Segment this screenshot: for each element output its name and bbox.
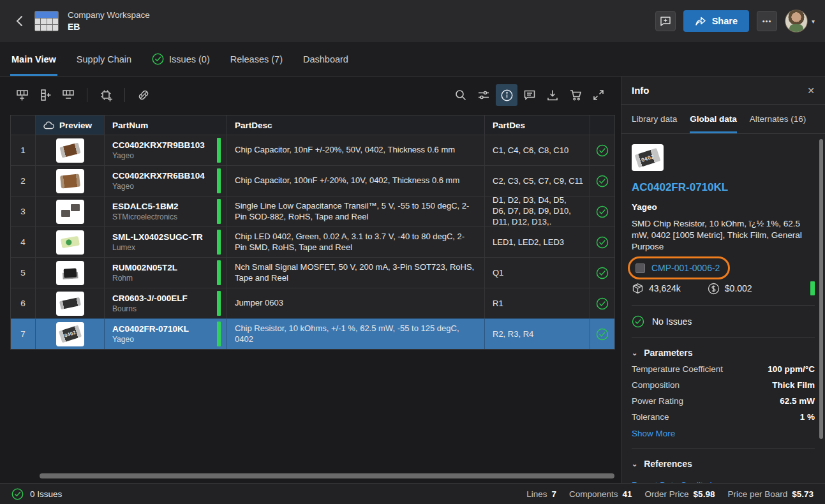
more-options-button[interactable]: ••• xyxy=(757,11,777,31)
back-button[interactable] xyxy=(10,12,28,30)
close-icon[interactable]: ✕ xyxy=(807,85,815,96)
search-icon xyxy=(454,89,467,101)
part-preview-image xyxy=(56,230,84,255)
part-description: Chip Capacitor, 10nF +/-20%, 50V, 0402, … xyxy=(227,135,485,165)
report-data-quality-link[interactable]: Report Data Quality Issue xyxy=(632,480,731,483)
filter-sliders-icon xyxy=(477,89,490,101)
comment-button[interactable] xyxy=(655,11,676,31)
cmp-checkbox[interactable] xyxy=(635,263,645,273)
header-partdes[interactable]: PartDes xyxy=(485,115,590,135)
part-preview-image xyxy=(56,261,84,285)
show-more-link[interactable]: Show More xyxy=(632,429,675,438)
part-preview-image: 0402 xyxy=(56,322,84,346)
metric-price-per-board: Price per Board $5.73 xyxy=(727,489,814,499)
parameter-row: Composition Thick Film xyxy=(632,380,815,390)
header-partnum[interactable]: PartNum xyxy=(105,115,227,135)
back-chevron-icon xyxy=(16,15,23,27)
info-panel-header: Info ✕ xyxy=(621,77,825,105)
tab-global-data[interactable]: Global data xyxy=(690,105,737,133)
table-row-selected[interactable]: 7 0402 AC0402FR-0710KL Yageo Chip Resist… xyxy=(11,318,614,349)
manufacturer: Bourns xyxy=(112,304,137,313)
info-icon xyxy=(500,89,514,102)
app-window: Company Workspace EB Share ••• ▾ Main Vi… xyxy=(0,0,825,504)
add-row-button[interactable] xyxy=(11,84,33,106)
parameter-label: Composition xyxy=(632,380,680,390)
row-number: 5 xyxy=(11,257,36,288)
parameters-section-header[interactable]: ⌄ Parameters xyxy=(632,348,815,358)
cmp-id-link[interactable]: CMP-001-0006-2 xyxy=(651,263,720,273)
unit-price-value: $0.002 xyxy=(725,283,752,293)
tab-releases[interactable]: Releases (7) xyxy=(229,42,284,76)
row-status-cell xyxy=(590,135,614,165)
info-panel-tabs: Library data Global data Alternates (16) xyxy=(621,105,825,134)
table-row[interactable]: 3 ESDALC5-1BM2 STMicroelectronics Single… xyxy=(11,196,614,226)
expand-button[interactable] xyxy=(588,84,609,106)
add-component-button[interactable] xyxy=(95,84,117,106)
avatar[interactable] xyxy=(785,10,808,33)
share-button[interactable]: Share xyxy=(683,10,749,32)
part-preview-label: 0402 xyxy=(63,329,77,338)
parameter-row: Tolerance 1 % xyxy=(632,412,815,422)
filter-button[interactable] xyxy=(473,84,494,106)
header-preview[interactable]: Preview xyxy=(36,115,105,135)
header-partdesc[interactable]: PartDesc xyxy=(227,115,485,135)
tab-dashboard[interactable]: Dashboard xyxy=(302,42,350,76)
part-preview-cell xyxy=(36,196,105,226)
toolbar-separator xyxy=(87,88,87,102)
row-number: 6 xyxy=(11,288,36,318)
tab-label: Alternates (16) xyxy=(750,114,806,124)
unlink-button[interactable] xyxy=(133,84,154,106)
availability-bar xyxy=(217,322,221,346)
table-row[interactable]: 5 RUM002N05T2L Rohm Nch Small Signal MOS… xyxy=(11,257,614,288)
remove-row-button[interactable] xyxy=(57,84,79,106)
part-image-label: 0402 xyxy=(640,152,655,163)
chevron-down-icon: ⌄ xyxy=(632,460,637,468)
metric-label: Order Price xyxy=(645,489,689,499)
comment-plus-icon xyxy=(660,15,671,27)
part-image: 0402 xyxy=(632,144,664,171)
tab-alternates[interactable]: Alternates (16) xyxy=(750,105,806,133)
tab-library-data[interactable]: Library data xyxy=(632,105,677,133)
part-description: Nch Small Signal MOSFET, 50 V, 200 mA, 3… xyxy=(227,257,485,288)
table-row[interactable]: 1 CC0402KRX7R9BB103 Yageo Chip Capacitor… xyxy=(11,135,614,165)
references-section-header[interactable]: ⌄ References xyxy=(632,459,815,469)
bom-toolbar xyxy=(0,77,621,114)
workspace-grid-icon[interactable] xyxy=(34,11,59,31)
comments-button[interactable] xyxy=(519,84,540,106)
table-row[interactable]: 2 CC0402KRX7R6BB104 Yageo Chip Capacitor… xyxy=(11,165,614,196)
workspace-name: Company Workspace xyxy=(68,10,150,21)
info-panel-scrollbar[interactable] xyxy=(819,139,823,439)
divider xyxy=(632,337,815,338)
part-description: Single Line Low Capacitance Transil™, 5 … xyxy=(227,196,485,226)
section-title: Parameters xyxy=(644,348,692,358)
part-mpn-link[interactable]: AC0402FR-0710KL xyxy=(632,181,815,194)
bom-main-area: Preview PartNum PartDesc PartDes 1 CC040… xyxy=(0,77,621,483)
row-status-cell xyxy=(590,196,614,226)
part-number: AC0402FR-0710KL xyxy=(112,324,189,334)
workspace-code: EB xyxy=(68,21,150,33)
download-button[interactable] xyxy=(542,84,563,106)
check-circle-icon xyxy=(596,175,609,188)
section-title: References xyxy=(644,459,692,469)
tab-issues[interactable]: Issues (0) xyxy=(151,42,211,76)
workspace-info: Company Workspace EB xyxy=(68,10,150,33)
cart-button[interactable] xyxy=(565,84,586,106)
download-icon xyxy=(546,89,559,101)
search-button[interactable] xyxy=(450,84,472,106)
info-panel-toggle-button[interactable] xyxy=(496,84,517,106)
horizontal-scrollbar[interactable] xyxy=(40,473,614,478)
designators: R2, R3, R4 xyxy=(485,318,590,349)
manufacturer: Yageo xyxy=(112,335,134,344)
table-row[interactable]: 6 CR0603-J/-000ELF Bourns Jumper 0603 R1 xyxy=(11,288,614,318)
user-menu[interactable]: ▾ xyxy=(785,10,815,33)
availability-bar xyxy=(217,168,221,193)
expand-arrows-icon xyxy=(592,89,605,101)
tab-main-view[interactable]: Main View xyxy=(10,42,57,76)
part-preview-cell: 0402 xyxy=(36,318,105,349)
table-row[interactable]: 4 SML-LX0402SUGC-TR Lumex Chip LED 0402,… xyxy=(11,226,614,257)
tab-supply-chain[interactable]: Supply Chain xyxy=(75,42,133,76)
add-column-button[interactable] xyxy=(34,84,56,106)
metric-value: $5.73 xyxy=(792,489,814,499)
check-circle-icon xyxy=(152,53,164,65)
row-status-cell xyxy=(590,288,614,318)
